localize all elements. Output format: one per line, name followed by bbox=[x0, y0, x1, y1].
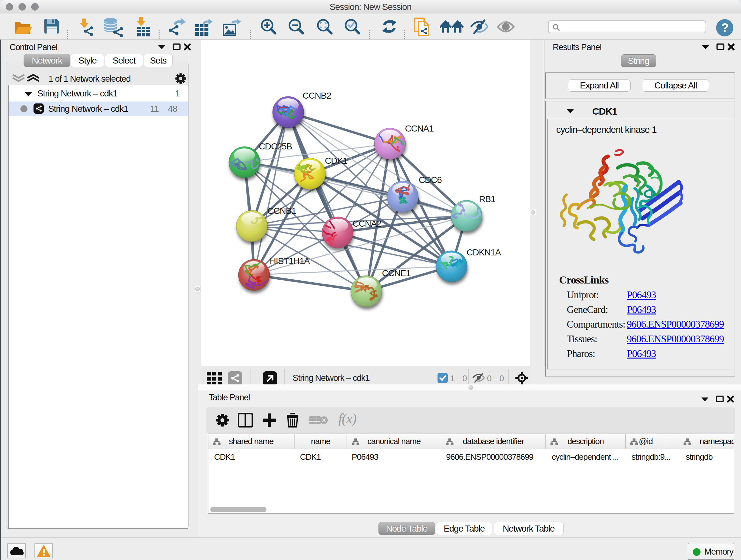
svg-text:HIST1H1A: HIST1H1A bbox=[270, 256, 310, 266]
svg-text:CDK1: CDK1 bbox=[325, 156, 347, 166]
svg-text:CDC25B: CDC25B bbox=[259, 141, 292, 151]
svg-text:RB1: RB1 bbox=[479, 194, 495, 204]
svg-text:CCNE1: CCNE1 bbox=[382, 268, 411, 278]
svg-text:CDKN1A: CDKN1A bbox=[467, 247, 501, 257]
svg-text:CDC6: CDC6 bbox=[419, 175, 442, 185]
svg-text:CCNB2: CCNB2 bbox=[302, 91, 331, 101]
svg-text:CCNA1: CCNA1 bbox=[405, 124, 434, 133]
svg-text:CCNA2: CCNA2 bbox=[353, 219, 381, 229]
svg-text:CCNB1: CCNB1 bbox=[267, 206, 296, 216]
